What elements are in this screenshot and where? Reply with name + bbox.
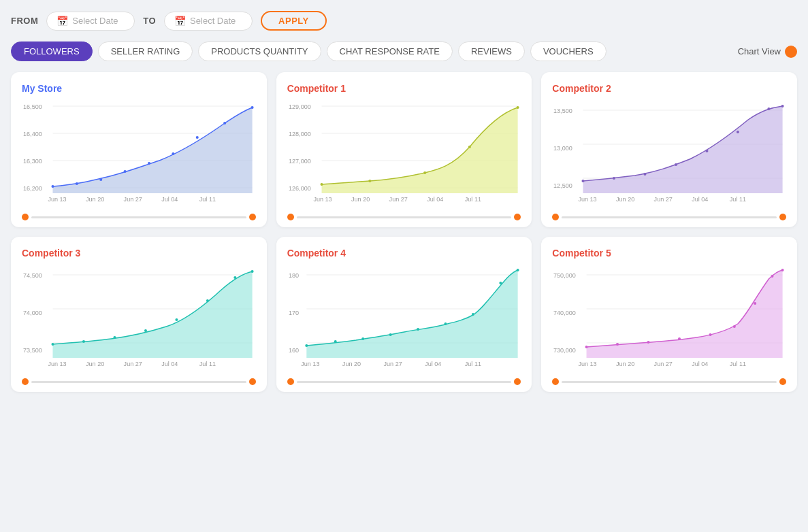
svg-point-87 bbox=[389, 333, 391, 336]
tab-followers[interactable]: FOLLOWERS bbox=[11, 41, 93, 61]
chart-title-my-store: My Store bbox=[22, 83, 256, 94]
svg-text:Jul 04: Jul 04 bbox=[161, 196, 178, 203]
slider-track bbox=[297, 381, 512, 383]
chart-title-competitor5: Competitor 5 bbox=[552, 248, 786, 259]
svg-text:Jun 13: Jun 13 bbox=[579, 196, 597, 203]
svg-point-47 bbox=[613, 177, 615, 180]
tab-vouchers[interactable]: VOUCHERS bbox=[530, 41, 607, 61]
chart-svg-my-store: 16,500 16,400 16,300 16,200 bbox=[22, 99, 256, 208]
chart-card-my-store: My Store 16,500 16,400 16,300 16,200 bbox=[11, 72, 267, 227]
svg-text:Jun 13: Jun 13 bbox=[579, 361, 597, 367]
svg-point-71 bbox=[233, 276, 236, 279]
slider-competitor2[interactable] bbox=[552, 214, 786, 220]
slider-dot-left bbox=[552, 378, 559, 385]
slider-dot-left bbox=[552, 214, 559, 220]
tab-chat-response-rate[interactable]: CHAT RESPONSE RATE bbox=[327, 41, 453, 61]
from-date-input[interactable]: 📅 Select Date bbox=[46, 12, 135, 31]
svg-text:Jul 11: Jul 11 bbox=[464, 196, 481, 203]
svg-point-30 bbox=[320, 183, 323, 186]
svg-point-13 bbox=[172, 152, 174, 155]
svg-text:16,500: 16,500 bbox=[23, 103, 42, 110]
svg-text:128,000: 128,000 bbox=[289, 131, 311, 137]
svg-point-67 bbox=[113, 336, 116, 339]
slider-dot-right bbox=[514, 214, 521, 220]
svg-text:Jun 27: Jun 27 bbox=[124, 196, 142, 203]
svg-text:Jun 27: Jun 27 bbox=[124, 361, 142, 367]
chart-card-competitor2: Competitor 2 13,500 13,000 12,500 Jun 1 bbox=[541, 72, 797, 227]
chart-card-competitor3: Competitor 3 74,500 74,000 73,500 Jun 1 bbox=[11, 237, 267, 392]
slider-dot-right bbox=[249, 214, 256, 220]
chart-svg-competitor4: 180 170 160 Jun 13 Jun 20 bbox=[287, 264, 521, 373]
svg-text:Jul 11: Jul 11 bbox=[730, 196, 746, 203]
tab-products-quantity[interactable]: PRODUCTS QUANTITY bbox=[198, 41, 321, 61]
svg-point-92 bbox=[516, 269, 519, 271]
svg-point-9 bbox=[76, 182, 78, 185]
tab-seller-rating[interactable]: SELLER RATING bbox=[98, 41, 193, 61]
tab-reviews[interactable]: REVIEWS bbox=[458, 41, 525, 61]
chart-svg-competitor2: 13,500 13,000 12,500 Jun 13 Jun 20 Jun 2… bbox=[552, 99, 786, 208]
svg-text:750,000: 750,000 bbox=[553, 272, 576, 279]
svg-point-15 bbox=[223, 122, 226, 124]
svg-point-72 bbox=[251, 270, 254, 273]
svg-text:Jun 27: Jun 27 bbox=[389, 196, 407, 203]
chart-svg-competitor1: 129,000 128,000 127,000 126,000 Jun 13 J… bbox=[287, 99, 521, 208]
chart-view-toggle[interactable]: Chart View bbox=[738, 46, 797, 58]
svg-point-91 bbox=[499, 282, 502, 284]
header-row: FROM 📅 Select Date TO 📅 Select Date APPL… bbox=[11, 11, 797, 31]
svg-point-107 bbox=[678, 337, 681, 340]
svg-text:180: 180 bbox=[289, 272, 299, 279]
slider-competitor1[interactable] bbox=[287, 214, 521, 220]
svg-point-50 bbox=[706, 150, 709, 152]
tab-row: FOLLOWERS SELLER RATING PRODUCTS QUANTIT… bbox=[11, 41, 797, 61]
svg-text:16,300: 16,300 bbox=[23, 158, 42, 165]
slider-dot-left bbox=[287, 214, 294, 220]
slider-track bbox=[31, 381, 246, 383]
svg-text:Jul 11: Jul 11 bbox=[199, 361, 216, 367]
svg-text:Jun 13: Jun 13 bbox=[48, 361, 66, 367]
apply-button[interactable]: APPLY bbox=[261, 11, 327, 31]
chart-title-competitor4: Competitor 4 bbox=[287, 248, 521, 259]
calendar-icon-from: 📅 bbox=[56, 16, 68, 27]
svg-point-109 bbox=[733, 325, 736, 328]
svg-text:74,500: 74,500 bbox=[23, 272, 42, 279]
svg-text:Jul 11: Jul 11 bbox=[730, 361, 746, 367]
slider-dot-left bbox=[22, 214, 29, 220]
slider-dot-right bbox=[779, 214, 786, 220]
svg-point-105 bbox=[616, 343, 619, 346]
svg-point-111 bbox=[771, 275, 774, 278]
to-date-input[interactable]: 📅 Select Date bbox=[164, 12, 253, 31]
svg-text:127,000: 127,000 bbox=[289, 158, 311, 165]
svg-point-86 bbox=[361, 337, 364, 340]
svg-text:Jun 20: Jun 20 bbox=[86, 196, 104, 203]
slider-competitor4[interactable] bbox=[287, 378, 521, 385]
svg-point-69 bbox=[175, 318, 178, 321]
svg-text:740,000: 740,000 bbox=[553, 310, 576, 316]
svg-point-90 bbox=[472, 313, 474, 316]
slider-competitor5[interactable] bbox=[552, 378, 786, 385]
chart-view-label: Chart View bbox=[738, 46, 781, 56]
svg-point-34 bbox=[516, 106, 519, 109]
chart-svg-competitor3: 74,500 74,000 73,500 Jun 13 Jun 20 Jun 2… bbox=[22, 264, 256, 373]
slider-dot-right bbox=[249, 378, 256, 385]
svg-text:Jul 11: Jul 11 bbox=[199, 196, 216, 203]
chart-card-competitor1: Competitor 1 129,000 128,000 127,000 126… bbox=[276, 72, 532, 227]
svg-point-51 bbox=[737, 131, 739, 133]
svg-point-65 bbox=[51, 343, 54, 346]
svg-point-104 bbox=[585, 346, 588, 348]
svg-text:Jul 04: Jul 04 bbox=[427, 196, 443, 203]
slider-competitor3[interactable] bbox=[22, 378, 256, 385]
svg-text:126,000: 126,000 bbox=[289, 185, 311, 192]
chart-card-competitor4: Competitor 4 180 170 160 bbox=[276, 237, 532, 392]
svg-text:129,000: 129,000 bbox=[289, 103, 311, 110]
svg-point-46 bbox=[582, 180, 585, 182]
slider-dot-right bbox=[514, 378, 521, 385]
slider-track bbox=[31, 216, 246, 218]
slider-my-store[interactable] bbox=[22, 214, 256, 220]
chart-title-competitor2: Competitor 2 bbox=[552, 83, 786, 94]
svg-point-10 bbox=[99, 178, 102, 181]
svg-point-8 bbox=[51, 185, 54, 188]
chart-title-competitor1: Competitor 1 bbox=[287, 83, 521, 94]
chart-card-competitor5: Competitor 5 750,000 740,000 730,000 bbox=[541, 237, 797, 392]
svg-point-89 bbox=[444, 322, 447, 325]
svg-text:Jul 04: Jul 04 bbox=[692, 196, 709, 203]
